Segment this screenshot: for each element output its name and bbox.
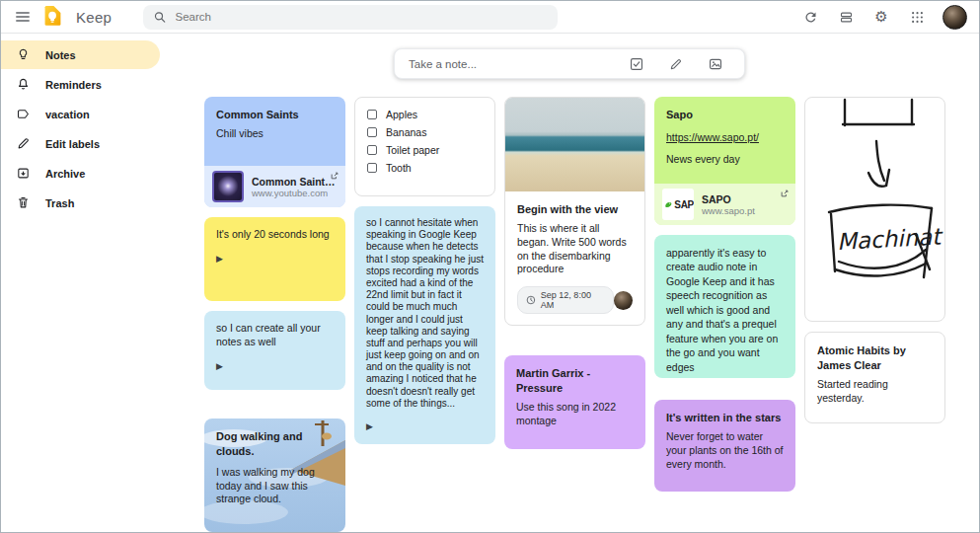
note-body: Use this song in 2022 montage [516,401,634,428]
sapo-url-link[interactable]: https://www.sapo.pt/ [666,131,759,143]
link-preview-title: SAPO [702,193,755,205]
settings-gear-icon[interactable]: ⚙ [871,7,891,27]
note-body: so I can create all your notes as well [216,322,334,349]
checkbox-unchecked[interactable] [367,145,377,155]
note-body: I was walking my dog today and I saw thi… [216,466,334,507]
reminder-chip[interactable]: Sep 12, 8:00 AM [517,286,614,314]
header-actions: ⚙ [800,5,967,30]
refresh-icon[interactable] [800,7,820,27]
youtube-thumbnail [212,171,244,202]
note-common-saints[interactable]: Common Saints Chill vibes Common Saints … [204,97,345,207]
google-apps-grid-icon[interactable] [907,7,927,27]
search-bar[interactable] [143,5,558,30]
note-audio-long[interactable]: so I cannot hesitate when speaking in Go… [354,206,495,444]
note-body: Started reading yesterday. [817,378,933,406]
reminder-label: Sep 12, 8:00 AM [541,290,605,310]
sapo-link-preview[interactable]: SAP SAPO www.sapo.pt [654,184,795,225]
new-image-icon[interactable] [709,57,722,71]
open-external-link-icon[interactable] [330,171,339,181]
note-audio-create[interactable]: so I can create all your notes as well ▶ [204,311,345,390]
note-title: Atomic Habits by James Clear [817,343,933,373]
checklist-item-label: Toilet paper [386,144,439,156]
account-avatar[interactable] [942,5,967,30]
notes-column-5: Machinat Atomic Habits by James Clear St… [804,97,945,532]
sapo-logo-text: SAP [674,199,694,210]
beach-photo [505,98,644,191]
link-preview-domain: www.sapo.pt [702,205,755,216]
note-title: Dog walking and clouds. [216,429,334,459]
note-title: It's written in the stars [666,411,784,425]
note-body: Chill vibes [216,127,334,141]
checkbox-unchecked[interactable] [367,127,377,137]
notes-grid: Common Saints Chill vibes Common Saints … [204,97,945,532]
sidebar-item-label: Notes [45,49,76,61]
checklist-item: Apples [367,109,483,120]
note-title: Common Saints [216,108,334,122]
note-audio-short[interactable]: It's only 20 seconds long ▶ [204,217,345,301]
sidebar-item-trash[interactable]: Trash [1,189,160,217]
take-note-actions [630,57,730,71]
pencil-icon [16,136,31,151]
play-audio-button[interactable]: ▶ [216,255,223,264]
new-checklist-icon[interactable] [630,57,643,71]
note-written-in-stars[interactable]: It's written in the stars Never forget t… [654,400,795,492]
link-preview-title: Common Saints - ... [252,176,338,188]
note-body: Never forget to water your plants on the… [666,430,784,472]
note-body: News every day [666,153,784,167]
take-a-note-placeholder[interactable]: Take a note... [409,58,630,70]
note-title: Sapo [666,108,784,122]
checklist-item-label: Apples [386,109,417,120]
sidebar-item-vacation[interactable]: vacation [1,100,160,128]
note-martin-garrix[interactable]: Martin Garrix - Pressure Use this song i… [504,355,645,449]
sidebar-item-label: Reminders [45,79,102,91]
take-a-note-bar[interactable]: Take a note... [394,48,745,79]
note-dog-walking[interactable]: Dog walking and clouds. I was walking my… [204,419,345,532]
keep-logo-icon[interactable] [42,6,64,28]
collaborator-avatar[interactable] [614,291,633,310]
note-sapo[interactable]: Sapo https://www.sapo.pt/ News every day… [654,97,795,225]
main-menu-icon[interactable] [13,7,33,27]
notes-column-3: Begin with the view This is where it all… [504,97,645,532]
youtube-link-preview[interactable]: Common Saints - ... www.youtube.com [204,166,345,207]
main-content: Take a note... Common Saints Chill vibes [160,34,979,532]
header: Keep ⚙ [1,1,979,34]
notes-column-1: Common Saints Chill vibes Common Saints … [204,97,345,532]
notes-column-2: Apples Bananas Toilet paper Tooth [354,97,495,532]
sidebar-item-reminders[interactable]: Reminders [1,70,160,99]
open-external-link-icon[interactable] [780,189,790,198]
note-title: Martin Garrix - Pressure [516,366,634,396]
note-drawing[interactable]: Machinat [804,97,945,322]
link-preview-domain: www.youtube.com [252,188,338,198]
list-view-icon[interactable] [836,7,856,27]
sapo-frog-icon [664,198,672,211]
trash-icon [16,195,31,210]
note-body: This is where it all began. Write 500 wo… [517,222,633,276]
note-beach[interactable]: Begin with the view This is where it all… [504,97,645,326]
new-drawing-brush-icon[interactable] [669,57,683,71]
play-audio-button[interactable]: ▶ [366,422,373,431]
search-icon [154,11,166,24]
sidebar-item-edit-labels[interactable]: Edit labels [1,129,160,158]
sidebar-item-label: Archive [45,168,85,180]
checklist-item: Toilet paper [367,144,483,156]
clock-icon [526,295,536,305]
note-audio-apparently[interactable]: apparently it's easy to create audio not… [654,235,795,378]
play-audio-button[interactable]: ▶ [216,362,223,371]
bell-icon [16,77,31,92]
sidebar-item-label: Edit labels [45,138,100,150]
sidebar-item-notes[interactable]: Notes [1,40,160,69]
archive-icon [16,166,31,181]
search-input[interactable] [176,11,548,23]
note-checklist[interactable]: Apples Bananas Toilet paper Tooth [354,97,495,196]
sidebar-item-label: vacation [45,109,90,120]
sidebar-item-archive[interactable]: Archive [1,159,160,188]
checkbox-unchecked[interactable] [367,110,377,119]
note-atomic-habits[interactable]: Atomic Habits by James Clear Started rea… [804,332,945,423]
checklist-item-label: Tooth [386,162,412,174]
checklist-item: Bananas [367,126,483,138]
checkbox-unchecked[interactable] [367,163,377,173]
sapo-logo: SAP [662,189,694,220]
checklist-item: Tooth [367,162,483,174]
checklist-item-label: Bananas [386,126,426,138]
sidebar: Notes Reminders vacation Edit labels Arc… [1,40,160,218]
